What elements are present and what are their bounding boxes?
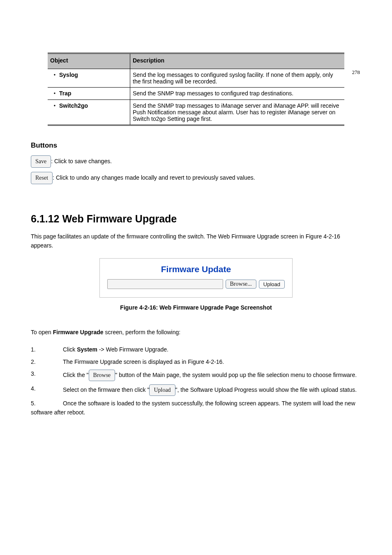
- step-3: 3.Click the "Browse" button of the Main …: [31, 370, 361, 381]
- browse-button[interactable]: Browse...: [226, 280, 256, 289]
- table-cell-description: Send the log messages to configured sysl…: [130, 69, 345, 88]
- buttons-heading: Buttons: [31, 141, 361, 150]
- object-description-table: Object Description •Syslog Send the log …: [48, 53, 344, 126]
- table-header-object: Object: [48, 53, 130, 69]
- step-5: 5.Once the software is loaded to the sys…: [31, 399, 361, 417]
- page-number: 278: [352, 69, 360, 76]
- procedure-intro: To open Firmware Upgrade screen, perform…: [31, 328, 361, 337]
- table-row: •Trap: [48, 88, 130, 100]
- step-4: 4.Select on the firmware then click "Upl…: [31, 384, 361, 396]
- section-intro: This page facilitates an update of the f…: [31, 232, 361, 250]
- firmware-update-card: Firmware Update Browse... Upload: [99, 258, 293, 298]
- save-button[interactable]: Save: [31, 155, 51, 168]
- table-row: •Syslog: [48, 69, 130, 88]
- figure-caption: Figure 4-2-16: Web Firmware Upgrade Page…: [31, 304, 361, 311]
- table-cell-description: Send the SNMP trap messages to configure…: [130, 88, 345, 100]
- upload-button-inline[interactable]: Upload: [149, 384, 175, 396]
- browse-button-inline[interactable]: Browse: [89, 370, 115, 381]
- table-cell-description: Send the SNMP trap messages to iManage s…: [130, 100, 345, 125]
- table-header-description: Description: [130, 53, 345, 69]
- firmware-card-title: Firmware Update: [107, 264, 285, 274]
- reset-button-desc: : Click to undo any changes made locally…: [53, 174, 255, 181]
- step-1: 1.Click System -> Web Firmware Upgrade.: [31, 345, 361, 354]
- step-2: 2.The Firmware Upgrade screen is display…: [31, 358, 361, 367]
- upload-button[interactable]: Upload: [259, 280, 285, 289]
- table-row: •Switch2go: [48, 100, 130, 125]
- firmware-file-input[interactable]: [107, 279, 223, 289]
- reset-button[interactable]: Reset: [31, 172, 53, 184]
- section-heading: 6.1.12 Web Firmware Upgrade: [31, 213, 361, 225]
- save-button-desc: : Click to save changes.: [51, 158, 112, 164]
